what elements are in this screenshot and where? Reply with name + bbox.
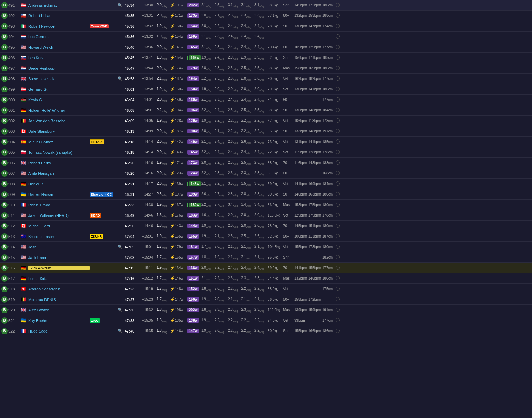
- athlete-name[interactable]: Andreas Eckmayr: [28, 3, 90, 7]
- watts-badge: 202w: [187, 3, 199, 7]
- search-cell[interactable]: [118, 14, 125, 18]
- athlete-name[interactable]: Robert Newport: [28, 24, 90, 28]
- athlete-name[interactable]: Hugo Sage: [28, 329, 90, 333]
- athlete-name[interactable]: Howard Welch: [28, 45, 90, 49]
- time-gap: +15:04: [142, 255, 157, 259]
- search-icon[interactable]: 🔍: [118, 329, 122, 333]
- search-cell[interactable]: [118, 234, 125, 239]
- athlete-name[interactable]: Robin Tirado: [28, 203, 90, 207]
- search-cell[interactable]: [118, 182, 125, 186]
- athlete-name[interactable]: Kevin G: [28, 98, 90, 102]
- height: 184cm: [322, 182, 336, 186]
- search-cell[interactable]: [118, 98, 125, 102]
- athlete-name[interactable]: Moineau DENIS: [28, 297, 90, 302]
- wkg-main: 1.6w/kg: [157, 213, 170, 218]
- table-row: B505🇵🇱Tomasz Nowak (sznupka)46:18+14:142…: [0, 147, 532, 158]
- flag: 🇨🇱: [21, 13, 28, 18]
- flag: 🇬🇧: [21, 76, 28, 81]
- athlete-name[interactable]: Miguel Gomez: [28, 140, 90, 144]
- athlete-name[interactable]: Kay Boehm: [28, 318, 90, 323]
- athlete-name[interactable]: Jan Van den Bossche: [28, 119, 90, 123]
- search-cell[interactable]: [118, 276, 125, 281]
- athlete-name[interactable]: Luc Gerrets: [28, 35, 90, 39]
- wkg-all: 2.5w/kg: [254, 108, 268, 112]
- search-cell[interactable]: [118, 150, 125, 155]
- search-cell[interactable]: [118, 119, 125, 123]
- athlete-name[interactable]: Steve Lovelock: [28, 77, 90, 81]
- wkg-5s: 2.0w/kg: [201, 266, 215, 270]
- athlete-name[interactable]: Michel Giard: [28, 224, 90, 228]
- rank-number: 521: [8, 318, 21, 323]
- search-cell[interactable]: [118, 66, 125, 70]
- athlete-name[interactable]: Josh D: [28, 245, 90, 249]
- wkg-1m: 2.2w/kg: [215, 266, 228, 270]
- search-icon[interactable]: 🔍: [118, 76, 122, 81]
- athlete-name[interactable]: Diede Heijkoop: [28, 66, 90, 70]
- time-gap: +14:05: [142, 119, 157, 123]
- athlete-name[interactable]: Bruce Johnson: [28, 234, 90, 239]
- search-cell[interactable]: [118, 87, 125, 91]
- height: 177cm: [322, 318, 336, 322]
- wkg-1m: 2.2w/kg: [215, 276, 228, 281]
- search-cell[interactable]: [118, 24, 125, 28]
- search-cell[interactable]: [118, 35, 125, 39]
- search-cell[interactable]: [118, 108, 125, 112]
- athlete-name[interactable]: Anita Hanagan: [28, 171, 90, 176]
- search-cell[interactable]: [118, 192, 125, 197]
- search-icon[interactable]: 🔍: [118, 308, 122, 312]
- wkg-main: 2.2w/kg: [157, 108, 170, 113]
- search-cell[interactable]: [118, 287, 125, 291]
- category: Snr: [283, 329, 294, 333]
- athlete-name[interactable]: Gerhard G.: [28, 87, 90, 91]
- search-cell[interactable]: [118, 255, 125, 260]
- athlete-name[interactable]: Robert Parks: [28, 161, 90, 165]
- search-cell[interactable]: [118, 140, 125, 144]
- search-cell[interactable]: 🔍: [118, 76, 125, 81]
- status-circle: [336, 266, 343, 270]
- search-icon[interactable]: 🔍: [118, 245, 122, 249]
- athlete-name[interactable]: Rick Ankrum: [28, 266, 90, 270]
- athlete-name[interactable]: Robert Hilliard: [28, 14, 90, 18]
- wkg-1m: 2.1w/kg: [215, 13, 228, 18]
- hr1: 158bpm: [294, 66, 308, 70]
- athlete-name[interactable]: Leo Knis: [28, 56, 90, 60]
- search-cell[interactable]: [118, 129, 125, 133]
- search-cell[interactable]: [118, 45, 125, 49]
- athlete-name[interactable]: Darren Hassard: [28, 192, 90, 197]
- finish-time: 47:27: [125, 297, 142, 302]
- search-cell[interactable]: [118, 213, 125, 218]
- search-cell[interactable]: 🔍: [118, 3, 125, 7]
- hr1: 162bpm: [294, 77, 308, 81]
- search-cell[interactable]: [118, 318, 125, 323]
- watts-badge-cell: 148w: [187, 181, 201, 186]
- search-cell[interactable]: 🔍: [118, 329, 125, 333]
- weight: 84.4kg: [268, 276, 283, 280]
- athlete-name[interactable]: Andrea Scascighini: [28, 287, 90, 291]
- height: 180cm: [322, 192, 336, 196]
- weight: 73.0kg: [268, 140, 283, 144]
- search-cell[interactable]: [118, 161, 125, 165]
- watts-gray: 159w: [175, 98, 187, 102]
- athlete-name[interactable]: Jack Freeman: [28, 255, 90, 260]
- wkg-1m: 2.4w/kg: [215, 55, 228, 60]
- search-cell[interactable]: [118, 203, 125, 207]
- athlete-name[interactable]: Dale Stansbury: [28, 129, 90, 133]
- athlete-name[interactable]: Jason Williams (HERD): [28, 213, 90, 218]
- rank-number: 522: [8, 329, 21, 333]
- flag: 🇦🇹: [21, 2, 28, 8]
- search-cell[interactable]: [118, 56, 125, 60]
- search-cell[interactable]: [118, 171, 125, 176]
- search-cell[interactable]: [118, 297, 125, 302]
- athlete-name[interactable]: Alex Lawton: [28, 308, 90, 312]
- status-circle: [336, 13, 343, 18]
- search-cell[interactable]: [118, 224, 125, 228]
- athlete-name[interactable]: Daniel R: [28, 182, 90, 186]
- search-cell[interactable]: 🔍: [118, 308, 125, 312]
- search-icon[interactable]: 🔍: [118, 3, 122, 7]
- athlete-name[interactable]: Lukas Kirtz: [28, 276, 90, 281]
- athlete-name[interactable]: Holger 'Holle' Wildner: [28, 108, 90, 112]
- search-cell[interactable]: [118, 266, 125, 270]
- search-cell[interactable]: 🔍: [118, 245, 125, 249]
- bolt-icon: ⚡: [170, 245, 175, 249]
- athlete-name[interactable]: Tomasz Nowak (sznupka): [28, 150, 90, 155]
